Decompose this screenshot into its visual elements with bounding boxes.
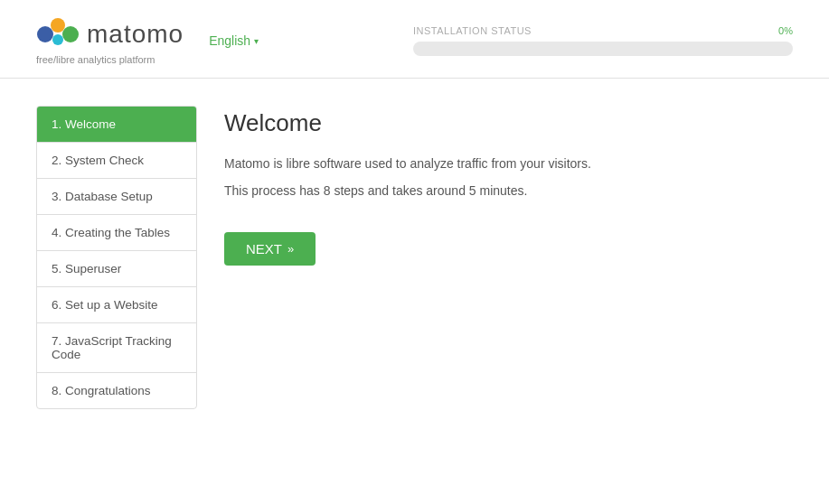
- svg-point-2: [62, 26, 79, 42]
- logo-area: matomo free/libre analytics platform: [36, 16, 184, 65]
- sidebar: 1. Welcome 2. System Check 3. Database S…: [36, 106, 197, 409]
- status-row: INSTALLATION STATUS 0%: [413, 25, 793, 36]
- installation-status: INSTALLATION STATUS 0%: [413, 25, 793, 56]
- page-title: Welcome: [224, 109, 793, 137]
- sidebar-item-welcome[interactable]: 1. Welcome: [37, 107, 196, 143]
- logo-icon: [36, 16, 80, 52]
- chevron-down-icon: ▾: [254, 36, 259, 46]
- sidebar-item-database-setup[interactable]: 3. Database Setup: [37, 179, 196, 215]
- logo: matomo: [36, 16, 184, 52]
- header: matomo free/libre analytics platform Eng…: [0, 0, 829, 79]
- sidebar-item-set-up-website[interactable]: 6. Set up a Website: [37, 287, 196, 323]
- svg-point-3: [52, 34, 63, 45]
- content-line1: Matomo is libre software used to analyze…: [224, 154, 793, 173]
- svg-point-0: [37, 26, 53, 42]
- progress-bar-container: [413, 42, 793, 56]
- logo-text: matomo: [87, 20, 184, 49]
- language-selector[interactable]: English ▾: [209, 33, 259, 48]
- status-percent: 0%: [778, 25, 793, 36]
- language-label: English: [209, 33, 250, 48]
- next-button[interactable]: NEXT »: [224, 232, 316, 266]
- sidebar-item-system-check[interactable]: 2. System Check: [37, 143, 196, 179]
- sidebar-item-superuser[interactable]: 5. Superuser: [37, 251, 196, 287]
- content-line2: This process has 8 steps and takes aroun…: [224, 181, 793, 201]
- logo-subtitle: free/libre analytics platform: [36, 54, 155, 65]
- main-content: 1. Welcome 2. System Check 3. Database S…: [0, 79, 829, 436]
- sidebar-item-congratulations[interactable]: 8. Congratulations: [37, 373, 196, 408]
- status-label: INSTALLATION STATUS: [413, 25, 532, 36]
- content-area: Welcome Matomo is libre software used to…: [224, 106, 793, 409]
- sidebar-item-js-tracking[interactable]: 7. JavaScript Tracking Code: [37, 323, 196, 373]
- sidebar-item-creating-tables[interactable]: 4. Creating the Tables: [37, 215, 196, 251]
- svg-point-1: [51, 18, 65, 33]
- next-arrows: »: [287, 242, 294, 256]
- next-button-label: NEXT: [246, 241, 282, 257]
- sidebar-nav: 1. Welcome 2. System Check 3. Database S…: [36, 106, 197, 409]
